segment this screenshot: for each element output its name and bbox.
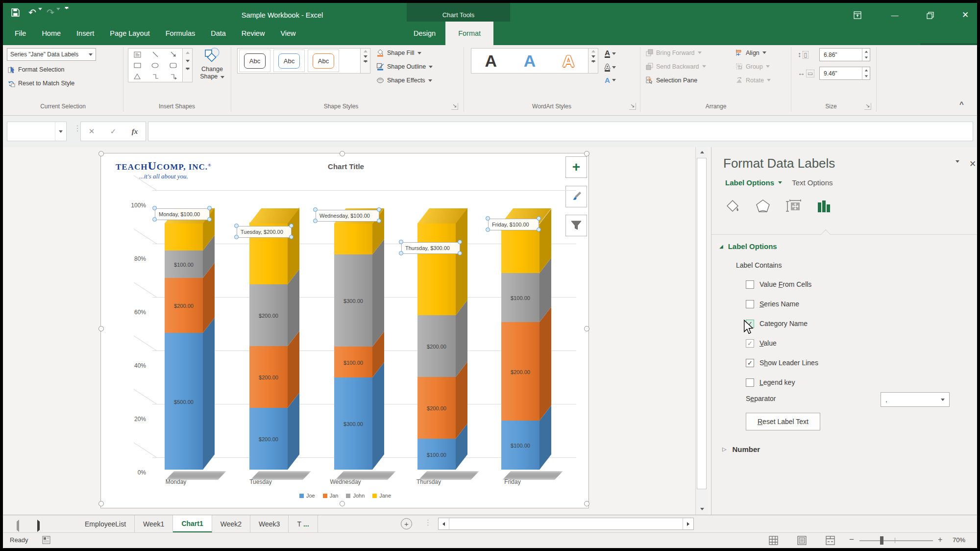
reset-to-match-style-button[interactable]: Reset to Match Style bbox=[8, 77, 74, 89]
name-box[interactable] bbox=[7, 122, 67, 141]
checkbox-box[interactable]: ✓ bbox=[746, 359, 754, 367]
label-selection-handle[interactable] bbox=[537, 227, 541, 232]
shape-width-spinner[interactable] bbox=[862, 67, 870, 79]
label-selection-handle[interactable] bbox=[537, 216, 541, 221]
chevron-down-icon[interactable] bbox=[778, 181, 782, 184]
shape-height-field[interactable]: 6.86" bbox=[819, 48, 870, 61]
wordart-preset-3[interactable]: A bbox=[563, 51, 575, 71]
label-selection-handle[interactable] bbox=[377, 219, 381, 223]
customize-qat-icon[interactable] bbox=[60, 7, 73, 18]
text-outline-button[interactable]: A bbox=[605, 63, 616, 72]
save-icon[interactable] bbox=[7, 8, 24, 17]
chart-selection-handle[interactable] bbox=[98, 151, 104, 156]
label-selection-handle[interactable] bbox=[289, 235, 294, 239]
sheet-nav-right-icon[interactable] bbox=[37, 522, 40, 530]
size-dialog-launcher[interactable]: ↘ bbox=[864, 103, 871, 110]
checkbox-show-leader-lines[interactable]: ✓Show Leader Lines bbox=[746, 353, 818, 373]
new-sheet-icon[interactable]: + bbox=[401, 518, 412, 529]
data-label-john-friday[interactable]: $100.00 bbox=[501, 295, 539, 301]
shape-styles-scrollbar[interactable] bbox=[361, 48, 370, 74]
wordart-dialog-launcher[interactable]: ↘ bbox=[629, 103, 636, 110]
sheet-tab-week2[interactable]: Week2 bbox=[212, 515, 250, 532]
enter-icon[interactable]: ✓ bbox=[110, 127, 117, 136]
checkbox-box[interactable] bbox=[746, 300, 754, 308]
data-label-joe-wednesday[interactable]: $300.00 bbox=[334, 421, 372, 427]
page-break-preview-icon[interactable] bbox=[826, 536, 835, 545]
chart-selection-handle[interactable] bbox=[340, 501, 345, 506]
zoom-out-icon[interactable]: − bbox=[849, 535, 854, 545]
fill-line-icon[interactable] bbox=[724, 198, 741, 215]
label-selection-handle[interactable] bbox=[313, 219, 318, 223]
legend-item-jan[interactable]: Jan bbox=[323, 493, 339, 499]
label-selection-handle[interactable] bbox=[377, 207, 381, 212]
label-selection-handle[interactable] bbox=[399, 251, 403, 255]
normal-view-icon[interactable] bbox=[769, 536, 778, 545]
undo-caret-icon[interactable] bbox=[38, 10, 42, 15]
gallery-more-icon[interactable] bbox=[364, 61, 368, 72]
data-label-joe-monday[interactable]: $500.00 bbox=[165, 399, 203, 405]
data-label-jan-wednesday[interactable]: $100.00 bbox=[334, 360, 372, 366]
gallery-more-icon[interactable] bbox=[186, 69, 190, 79]
collapse-ribbon-icon[interactable]: ^ bbox=[959, 100, 964, 108]
tab-insert[interactable]: Insert bbox=[69, 22, 102, 45]
data-label-john-wednesday[interactable]: $300.00 bbox=[334, 298, 372, 304]
data-label-jan-tuesday[interactable]: $200.00 bbox=[249, 375, 288, 380]
tab-review[interactable]: Review bbox=[234, 22, 273, 45]
label-selection-handle[interactable] bbox=[486, 227, 490, 232]
data-label-joe-friday[interactable]: $100.00 bbox=[501, 443, 539, 449]
zoom-slider-thumb[interactable] bbox=[880, 536, 883, 545]
data-label-joe-tuesday[interactable]: $200.00 bbox=[249, 436, 288, 442]
shapes-gallery-scrollbar[interactable] bbox=[183, 48, 193, 82]
tab-page-layout[interactable]: Page Layout bbox=[102, 22, 157, 45]
legend-item-jane[interactable]: Jane bbox=[372, 493, 391, 499]
sheet-tab-week1[interactable]: Week1 bbox=[135, 515, 173, 532]
scroll-up-button[interactable] bbox=[696, 147, 708, 157]
effects-icon[interactable] bbox=[755, 198, 771, 215]
wordart-preset-2[interactable]: A bbox=[524, 51, 536, 71]
tab-file[interactable]: File bbox=[7, 22, 34, 45]
selected-data-label-wednesday[interactable]: Wednesday, $100.00 bbox=[316, 210, 379, 222]
chart-selection-handle[interactable] bbox=[340, 151, 345, 156]
shape-style-preset-2[interactable]: Abc bbox=[273, 50, 305, 72]
selection-pane-button[interactable]: Selection Pane bbox=[646, 76, 697, 84]
checkbox-category-name[interactable]: ✓Category Name bbox=[746, 314, 818, 333]
label-selection-handle[interactable] bbox=[152, 206, 157, 210]
page-layout-view-icon[interactable] bbox=[797, 536, 807, 545]
number-section-header[interactable]: ▷ Number bbox=[722, 445, 760, 453]
shape-width-field[interactable]: 9.46" bbox=[819, 67, 870, 80]
wordart-preset-1[interactable]: A bbox=[485, 51, 497, 71]
label-selection-handle[interactable] bbox=[234, 224, 239, 228]
label-selection-handle[interactable] bbox=[486, 216, 490, 221]
separator-dropdown[interactable]: , bbox=[881, 392, 950, 407]
shape-effects-button[interactable]: Shape Effects bbox=[376, 76, 432, 84]
checkbox-series-name[interactable]: Series Name bbox=[746, 294, 818, 314]
checkbox-legend-key[interactable]: Legend key bbox=[746, 373, 818, 392]
chart-selection-handle[interactable] bbox=[584, 501, 589, 506]
sheet-tab-chart1[interactable]: Chart1 bbox=[173, 515, 212, 532]
horizontal-scrollbar[interactable] bbox=[438, 518, 694, 530]
sheet-tab-employeelist[interactable]: EmployeeList bbox=[76, 515, 135, 532]
chart-selection-handle[interactable] bbox=[584, 326, 589, 331]
bar-wednesday[interactable]: $300.00$100.00$300.00 bbox=[334, 224, 372, 470]
shapes-gallery[interactable] bbox=[128, 48, 183, 82]
sheet-nav-left-icon[interactable] bbox=[17, 522, 19, 530]
cancel-icon[interactable]: ✕ bbox=[89, 127, 95, 136]
label-selection-handle[interactable] bbox=[313, 207, 318, 212]
scroll-down-icon[interactable] bbox=[591, 55, 595, 58]
pane-close-icon[interactable]: ✕ bbox=[969, 159, 976, 169]
zoom-level[interactable]: 70% bbox=[953, 536, 965, 544]
tab-formulas[interactable]: Formulas bbox=[158, 22, 203, 45]
data-label-jan-friday[interactable]: $200.00 bbox=[501, 369, 539, 375]
pane-options-icon[interactable] bbox=[956, 163, 959, 172]
format-selection-button[interactable]: Format Selection bbox=[8, 64, 64, 75]
label-selection-handle[interactable] bbox=[207, 206, 212, 210]
label-selection-handle[interactable] bbox=[289, 224, 294, 228]
checkbox-value[interactable]: ✓Value bbox=[746, 333, 818, 353]
wordart-scrollbar[interactable] bbox=[588, 48, 598, 74]
label-selection-handle[interactable] bbox=[207, 217, 212, 222]
chart-object[interactable]: TEACHUCOMP, INC.® ...it's all about you.… bbox=[100, 153, 589, 508]
bar-segment-jane-thursday[interactable] bbox=[417, 223, 456, 315]
zoom-in-icon[interactable]: + bbox=[938, 535, 942, 544]
chart-selection-handle[interactable] bbox=[584, 151, 589, 156]
bar-friday[interactable]: $100.00$200.00$100.00 bbox=[501, 224, 539, 470]
